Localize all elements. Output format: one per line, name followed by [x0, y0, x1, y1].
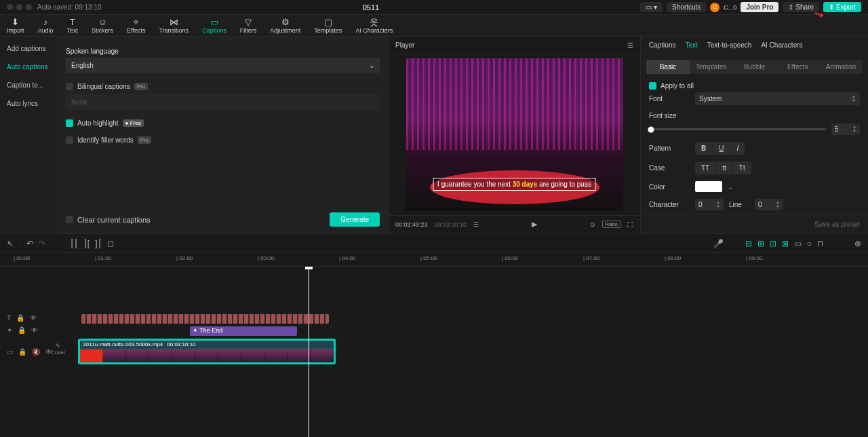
user-name: C...0	[724, 4, 736, 11]
tool-tab-ai characters[interactable]: 웃AI Characters	[349, 15, 399, 36]
auto-highlight-label: Auto highlight	[77, 119, 119, 127]
prop-tab[interactable]: Text-to-speech	[707, 41, 752, 49]
export-button[interactable]: ⬆ Export	[823, 2, 861, 12]
video-preview[interactable]: I guarantee you the next 30 days are goi…	[406, 58, 623, 211]
circle-icon[interactable]: ○	[807, 239, 812, 248]
bilingual-checkbox[interactable]	[66, 83, 73, 90]
caption-track[interactable]	[81, 314, 329, 324]
magnet-icon[interactable]: ⊓	[817, 239, 823, 248]
tool-tab-adjustment[interactable]: ⚙Adjustment	[263, 15, 307, 36]
shortcuts-button[interactable]: Shortcuts	[667, 2, 706, 12]
bilingual-lang-disabled: None	[66, 94, 380, 110]
window-traffic-lights[interactable]	[7, 4, 32, 10]
line-value[interactable]: 0▲▼	[755, 199, 783, 210]
split-left-button[interactable]: ⎮[	[83, 239, 90, 248]
tool-tab-captions[interactable]: ▭Captions	[195, 15, 233, 36]
apply-all-label: Apply to all	[660, 82, 694, 90]
tool-tab-stickers[interactable]: ☺Stickers	[85, 15, 120, 36]
tool-tab-effects[interactable]: ✧Effects	[120, 15, 152, 36]
sidebar-item[interactable]: Caption te...	[0, 76, 57, 94]
auto-highlight-checkbox[interactable]	[66, 119, 73, 127]
caption-overlay[interactable]: I guarantee you the next 30 days are goi…	[433, 178, 596, 191]
undo-button[interactable]: ↶	[26, 239, 33, 248]
target-icon[interactable]: ⊙	[590, 221, 595, 228]
fx-track-controls[interactable]: ✦ 🔒 👁	[7, 326, 38, 334]
caption-track-controls[interactable]: T 🔒 👁	[7, 314, 37, 322]
titlecase-button[interactable]: Tt	[733, 162, 751, 174]
tool-tab-filters[interactable]: ▽Filters	[233, 15, 264, 36]
split-button[interactable]: ⎮⎮	[70, 239, 78, 248]
color-label: Color	[649, 183, 690, 191]
generate-button[interactable]: Generate	[330, 212, 380, 227]
aspect-dropdown[interactable]: ▭ ▾	[640, 2, 663, 12]
effect-clip[interactable]: ✦ The End	[190, 326, 297, 336]
sidebar-item[interactable]: Auto lyrics	[0, 94, 57, 113]
tool-tab-text[interactable]: TText	[60, 15, 85, 36]
tool-tab-transitions[interactable]: ⋈Transitions	[152, 15, 195, 36]
tool-tab-import[interactable]: ⬇Import	[0, 15, 31, 36]
fontsize-value[interactable]: 5▲▼	[831, 124, 860, 135]
prop-tab[interactable]: Text	[685, 41, 697, 49]
tool-tab-templates[interactable]: ▢Templates	[307, 15, 349, 36]
tl-tool-4[interactable]: ⊠	[782, 239, 789, 248]
bold-button[interactable]: B	[695, 142, 713, 155]
video-clip[interactable]: 2011u-matt-cutts-003-5000k.mp400:03:10:1…	[78, 339, 336, 364]
avatar[interactable]: C	[710, 3, 719, 12]
fullscreen-icon[interactable]: ⛶	[627, 221, 633, 228]
save-preset-button[interactable]: Save as preset	[814, 221, 860, 228]
list-icon[interactable]: ☰	[473, 221, 479, 228]
font-select[interactable]: System▲▼	[695, 92, 860, 105]
chevron-down-icon[interactable]: ⌄	[728, 183, 733, 191]
pattern-label: Pattern	[649, 145, 690, 152]
character-label: Character	[649, 201, 690, 208]
color-swatch[interactable]	[695, 181, 722, 192]
fontsize-slider[interactable]	[649, 128, 826, 130]
filler-checkbox[interactable]	[66, 136, 73, 144]
player-menu-icon[interactable]: ☰	[627, 41, 633, 49]
autosave-status: Auto saved: 09:13:10	[37, 3, 102, 11]
prop-tab[interactable]: Captions	[649, 41, 675, 49]
ruler-tick: | 02:00	[176, 255, 193, 261]
underline-button[interactable]: U	[713, 142, 730, 155]
sub-tab[interactable]: Animation	[819, 60, 863, 74]
zoom-fit-icon[interactable]: ⊕	[854, 239, 861, 248]
uppercase-button[interactable]: TT	[695, 162, 716, 174]
ruler-tick: | 05:00	[420, 255, 437, 261]
character-value[interactable]: 0▲▼	[695, 199, 724, 210]
tool-tab-audio[interactable]: ♪Audio	[31, 15, 60, 36]
playhead[interactable]	[309, 267, 309, 437]
project-title: 0511	[363, 3, 379, 12]
italic-button[interactable]: I	[730, 142, 745, 155]
sidebar-item[interactable]: Add captions	[0, 39, 57, 58]
prop-tab[interactable]: AI Characters	[761, 41, 802, 49]
language-select[interactable]: English⌄	[66, 58, 380, 73]
player-title: Player	[395, 41, 414, 49]
sub-tab[interactable]: Templates	[690, 60, 733, 74]
video-track-controls[interactable]: ▭ 🔒 🔇 👁	[7, 348, 52, 356]
ratio-button[interactable]: Ratio	[602, 221, 620, 228]
join-pro-button[interactable]: Join Pro	[741, 2, 778, 12]
crop-button[interactable]: ◻	[107, 239, 114, 248]
sub-tab[interactable]: Effects	[776, 60, 819, 74]
ruler-tick: | 06:00	[502, 255, 518, 261]
tl-tool-2[interactable]: ⊞	[757, 239, 764, 248]
mic-icon[interactable]: 🎤	[713, 239, 724, 248]
tl-tool-1[interactable]: ⊟	[745, 239, 752, 248]
split-right-button[interactable]: ]⎮	[95, 239, 101, 248]
screen-icon[interactable]: ▭	[794, 239, 802, 248]
redo-button[interactable]: ↷	[39, 239, 45, 248]
sidebar-item[interactable]: Auto captions	[0, 58, 57, 76]
bilingual-label: Bilingual captions	[77, 83, 130, 90]
sub-tab[interactable]: Bubble	[733, 60, 776, 74]
pro-badge-2: Pro	[138, 136, 151, 144]
play-button[interactable]: ▶	[532, 220, 537, 229]
tl-tool-3[interactable]: ⊡	[770, 239, 776, 248]
cover-button[interactable]: ✎Cover	[51, 343, 65, 356]
lowercase-button[interactable]: tt	[716, 162, 733, 174]
apply-all-checkbox[interactable]	[649, 82, 656, 90]
language-label: Spoken language	[66, 48, 380, 55]
sub-tab[interactable]: Basic	[646, 60, 690, 74]
pointer-tool[interactable]: ↖	[7, 239, 14, 248]
clear-captions-checkbox[interactable]	[66, 216, 73, 223]
ruler-tick: | 03:00	[258, 255, 274, 261]
